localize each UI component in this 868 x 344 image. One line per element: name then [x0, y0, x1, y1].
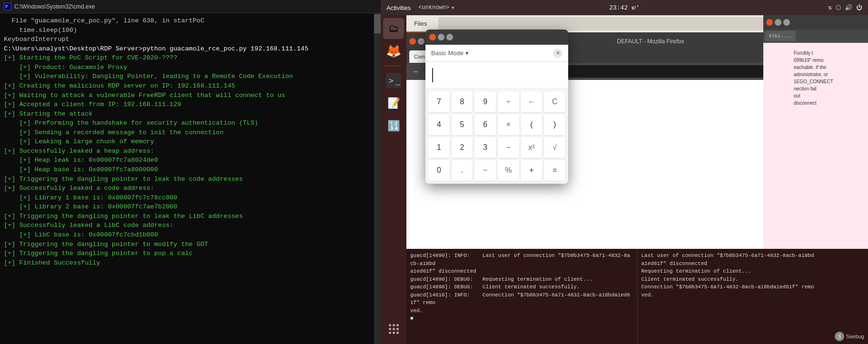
- calc-btn-x[interactable]: +: [521, 160, 542, 181]
- calc-btn-x[interactable]: %: [498, 160, 519, 181]
- calc-btn-4[interactable]: 4: [428, 114, 450, 135]
- app-grid-button[interactable]: [383, 320, 404, 337]
- calc-close-btn[interactable]: [429, 34, 436, 40]
- cmd-line: [+] Starting the attack: [4, 109, 371, 119]
- terminal-line: Requesting termination of client...: [641, 267, 865, 275]
- cmd-line: [+] Preforming the handshake for securit…: [4, 118, 371, 128]
- calc-btn-x[interactable]: √: [544, 137, 565, 158]
- calc-btn-2[interactable]: 2: [452, 137, 473, 158]
- cmd-line: [+] Triggering the dangling pointer to l…: [4, 212, 371, 221]
- calc-btn-7[interactable]: 7: [428, 91, 450, 112]
- cmd-line: [+] Starting the PoC Script for CVE-2020…: [4, 53, 371, 63]
- cmd-line: [+] Product: Guacamole Proxy: [4, 63, 371, 72]
- power-icon[interactable]: ⏻: [856, 4, 862, 11]
- application-dock: 🗂 🦊 ＞_ 📝 🔢: [381, 15, 406, 344]
- cmd-line: [+] Triggering the dangling pointer to l…: [4, 175, 371, 184]
- cmd-line: KeyboardInterrupt: [4, 35, 371, 44]
- terminal-line: Connection "$7b0b3475-6a71-4832-8acb-a18…: [641, 283, 865, 291]
- calc-btn-x[interactable]: ×: [498, 114, 519, 135]
- calc-mode-button[interactable]: Basic Mode ▾: [431, 49, 469, 57]
- sf-text-line: eachable. If the: [794, 64, 866, 71]
- calc-btn-C[interactable]: C: [544, 91, 565, 112]
- cmd-scrollbar-thumb[interactable]: [374, 14, 381, 33]
- minimize-button[interactable]: [418, 38, 424, 45]
- calc-max-btn[interactable]: [446, 34, 453, 40]
- system-tray: ⇅ ⬡ 🔊 ⏻: [828, 4, 862, 11]
- cmd-line: [+] Library 1 base is: 0x00007fc7c78cc00…: [4, 193, 371, 203]
- cmd-line: [+] Accepted a client from IP: 192.168.1…: [4, 100, 371, 109]
- terminal-line: ved.: [641, 291, 865, 299]
- cmd-line: [+] Waiting to attack a vulnerable FreeR…: [4, 91, 371, 100]
- calc-btn-0[interactable]: 0: [428, 160, 450, 181]
- second-tab-1[interactable]: ktki-...: [765, 31, 796, 41]
- files-icon: 🗂: [388, 22, 399, 35]
- terminal-content: guacd[14890]: INFO: Last user of connect…: [406, 249, 868, 344]
- calc-btn-1[interactable]: 1: [428, 137, 450, 158]
- s-max-btn[interactable]: [783, 19, 790, 26]
- cmd-line: [+] Triggering the dangling pointer to p…: [4, 249, 371, 258]
- terminal-line: guacd[14890]: DEBUG: Requesting terminat…: [410, 275, 633, 284]
- cmd-icon: [4, 3, 11, 10]
- terminal-line: a1ed61f" disconnected: [410, 267, 633, 275]
- calc-btn-x[interactable]: (: [521, 114, 542, 135]
- calc-btn-x[interactable]: ←: [521, 91, 542, 112]
- svg-rect-1: [5, 5, 8, 6]
- s-min-btn[interactable]: [775, 19, 781, 26]
- gnome-topbar: Activities <unknown> ▾ 23:42 ש' ⇅ ⬡ 🔊 ⏻: [381, 0, 868, 15]
- calc-display: [425, 62, 568, 88]
- terminal-line: ved.: [410, 307, 633, 315]
- calc-keypad: 789÷←C456×()123−x²√0.−%+=: [425, 88, 568, 184]
- seebug-text: Seebug: [846, 334, 864, 339]
- close-button[interactable]: [409, 38, 416, 45]
- calc-btn-x[interactable]: .: [452, 160, 473, 181]
- seebug-logo: S Seebug: [835, 332, 864, 341]
- sidebar-item-terminal[interactable]: ＞_: [383, 70, 404, 91]
- second-browser-titlebar: [763, 15, 868, 29]
- terminal-area: guacd[14890]: INFO: Last user of connect…: [406, 249, 868, 344]
- calc-close-x[interactable]: ✕: [553, 49, 562, 58]
- calc-min-btn[interactable]: [438, 34, 444, 40]
- calc-btn-x[interactable]: −: [474, 160, 496, 181]
- terminal-right: Last user of connection "$7b0b3475-6a71-…: [637, 249, 868, 344]
- sidebar-item-firefox[interactable]: 🦊: [383, 41, 404, 62]
- calc-btn-x[interactable]: −: [498, 137, 519, 158]
- back-button[interactable]: ⋯: [409, 65, 423, 78]
- terminal-left: guacd[14890]: INFO: Last user of connect…: [406, 249, 637, 344]
- cmd-line: [+] Heap leak is: 0x00007fc7a8024de0: [4, 156, 371, 165]
- sidebar-item-editor[interactable]: 📝: [383, 93, 404, 114]
- seebug-icon: S: [835, 332, 844, 341]
- second-browser-window: ktki-... Forcibly t099b19" remoeachable.…: [763, 15, 868, 249]
- calc-btn-xx[interactable]: x²: [521, 137, 542, 158]
- cmd-scrollbar[interactable]: [374, 13, 381, 344]
- calc-btn-x[interactable]: ÷: [498, 91, 519, 112]
- cmd-window: C:\Windows\System32\cmd.exe File "guacam…: [0, 0, 381, 344]
- terminal-line: ■: [410, 315, 633, 323]
- firefox-icon: 🦊: [386, 44, 401, 59]
- cmd-line: [+] Successfully leaked a code address:: [4, 184, 371, 193]
- sf-text-line: nection fail: [794, 85, 866, 92]
- second-tab-bar: ktki-...: [763, 29, 868, 43]
- cmd-line: [+] Successfully leaked a heap address:: [4, 147, 371, 156]
- terminal-line: guacd[14890]: DEBUG: Client terminated s…: [410, 283, 633, 291]
- sidebar-item-calc[interactable]: 🔢: [383, 116, 404, 137]
- cmd-line: time.sleep(100): [4, 26, 371, 35]
- calc-btn-x[interactable]: ): [544, 114, 565, 135]
- svg-rect-2: [5, 7, 7, 8]
- cmd-line: [+] Leaking a large chunk of memory: [4, 137, 371, 147]
- cmd-line: [+] Sending a recorded message to init t…: [4, 128, 371, 138]
- sf-text-line: 099b19" remo: [794, 57, 866, 64]
- s-close-btn[interactable]: [766, 19, 773, 26]
- calc-btn-5[interactable]: 5: [452, 114, 473, 135]
- sidebar-item-files[interactable]: 🗂: [383, 18, 404, 39]
- calc-btn-x[interactable]: =: [544, 160, 565, 181]
- sf-text-line: Forcibly t: [794, 49, 866, 57]
- calc-btn-8[interactable]: 8: [452, 91, 473, 112]
- chevron-down-icon: ▾: [451, 4, 454, 11]
- calc-mode-label: Basic Mode: [431, 49, 464, 57]
- calc-btn-3[interactable]: 3: [474, 137, 496, 158]
- activities-button[interactable]: Activities: [386, 4, 411, 11]
- calc-btn-9[interactable]: 9: [474, 91, 496, 112]
- app-indicator[interactable]: <unknown> ▾: [418, 4, 454, 11]
- calc-btn-6[interactable]: 6: [474, 114, 496, 135]
- terminal-line: a1ed61f" disconnected: [641, 260, 865, 268]
